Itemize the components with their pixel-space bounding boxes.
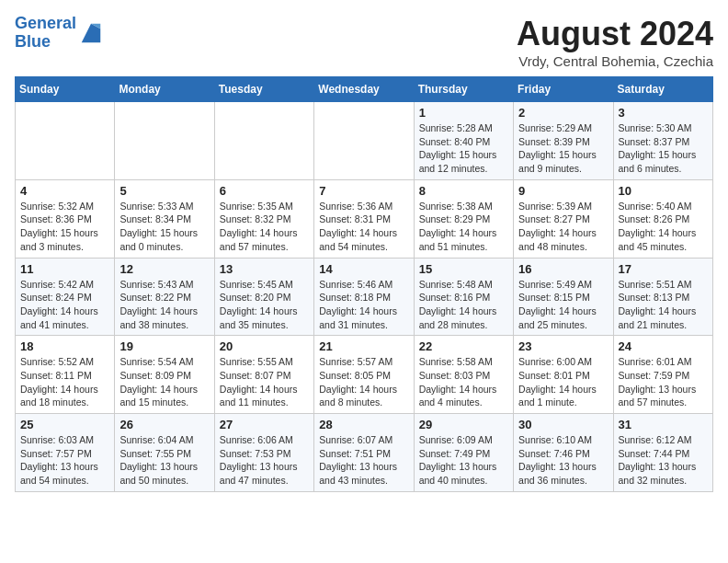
day-number: 24 [619, 339, 708, 353]
day-number: 10 [619, 184, 708, 198]
logo-text: General Blue [15, 15, 76, 52]
calendar-cell: 1Sunrise: 5:28 AMSunset: 8:40 PMDaylight… [414, 102, 513, 180]
weekday-header-wednesday: Wednesday [314, 77, 414, 102]
calendar-cell: 3Sunrise: 5:30 AMSunset: 8:37 PMDaylight… [613, 102, 712, 180]
day-info: Sunrise: 5:49 AMSunset: 8:15 PMDaylight:… [518, 278, 608, 332]
day-info: Sunrise: 6:10 AMSunset: 7:46 PMDaylight:… [518, 433, 608, 488]
day-number: 11 [20, 262, 109, 276]
day-info: Sunrise: 5:29 AMSunset: 8:39 PMDaylight:… [518, 121, 608, 176]
day-info: Sunrise: 5:57 AMSunset: 8:05 PMDaylight:… [319, 355, 408, 409]
day-number: 31 [619, 418, 708, 431]
day-info: Sunrise: 5:45 AMSunset: 8:20 PMDaylight:… [220, 278, 309, 332]
calendar-cell: 27Sunrise: 6:06 AMSunset: 7:53 PMDayligh… [214, 414, 313, 492]
calendar-cell: 19Sunrise: 5:54 AMSunset: 8:09 PMDayligh… [115, 336, 214, 414]
day-info: Sunrise: 5:43 AMSunset: 8:22 PMDaylight:… [119, 278, 209, 332]
calendar-cell: 9Sunrise: 5:39 AMSunset: 8:27 PMDaylight… [514, 179, 613, 258]
calendar-cell: 15Sunrise: 5:48 AMSunset: 8:16 PMDayligh… [414, 258, 513, 336]
calendar-table: SundayMondayTuesdayWednesdayThursdayFrid… [15, 76, 713, 492]
calendar-cell: 8Sunrise: 5:38 AMSunset: 8:29 PMDaylight… [414, 179, 513, 258]
calendar-cell: 25Sunrise: 6:03 AMSunset: 7:57 PMDayligh… [16, 414, 115, 492]
day-info: Sunrise: 5:36 AMSunset: 8:31 PMDaylight:… [319, 200, 408, 254]
calendar-cell: 28Sunrise: 6:07 AMSunset: 7:51 PMDayligh… [314, 414, 414, 492]
day-number: 16 [518, 262, 608, 276]
day-info: Sunrise: 5:58 AMSunset: 8:03 PMDaylight:… [419, 355, 508, 409]
weekday-header-friday: Friday [514, 77, 613, 102]
day-number: 7 [319, 184, 408, 198]
logo-icon [78, 20, 104, 46]
day-number: 23 [518, 339, 608, 353]
calendar-cell: 13Sunrise: 5:45 AMSunset: 8:20 PMDayligh… [214, 258, 313, 336]
calendar-cell: 4Sunrise: 5:32 AMSunset: 8:36 PMDaylight… [16, 179, 115, 258]
day-info: Sunrise: 6:04 AMSunset: 7:55 PMDaylight:… [119, 433, 209, 488]
calendar-cell: 17Sunrise: 5:51 AMSunset: 8:13 PMDayligh… [613, 258, 712, 336]
calendar-week-row: 25Sunrise: 6:03 AMSunset: 7:57 PMDayligh… [16, 414, 713, 492]
day-info: Sunrise: 5:48 AMSunset: 8:16 PMDaylight:… [419, 278, 508, 332]
day-info: Sunrise: 6:12 AMSunset: 7:44 PMDaylight:… [619, 433, 708, 488]
weekday-header-tuesday: Tuesday [214, 77, 313, 102]
calendar-cell: 10Sunrise: 5:40 AMSunset: 8:26 PMDayligh… [613, 179, 712, 258]
calendar-cell: 2Sunrise: 5:29 AMSunset: 8:39 PMDaylight… [514, 102, 613, 180]
weekday-header-thursday: Thursday [414, 77, 513, 102]
day-info: Sunrise: 5:42 AMSunset: 8:24 PMDaylight:… [20, 278, 109, 332]
day-info: Sunrise: 6:00 AMSunset: 8:01 PMDaylight:… [518, 355, 608, 409]
calendar-cell: 26Sunrise: 6:04 AMSunset: 7:55 PMDayligh… [115, 414, 214, 492]
day-info: Sunrise: 6:01 AMSunset: 7:59 PMDaylight:… [619, 355, 708, 409]
day-number: 15 [419, 262, 508, 276]
day-number: 6 [220, 184, 309, 198]
calendar-cell: 24Sunrise: 6:01 AMSunset: 7:59 PMDayligh… [613, 336, 712, 414]
day-info: Sunrise: 5:55 AMSunset: 8:07 PMDaylight:… [220, 355, 309, 409]
calendar-cell: 7Sunrise: 5:36 AMSunset: 8:31 PMDaylight… [314, 179, 414, 258]
calendar-cell: 20Sunrise: 5:55 AMSunset: 8:07 PMDayligh… [214, 336, 313, 414]
day-number: 2 [518, 106, 608, 120]
day-number: 22 [419, 339, 508, 353]
day-number: 14 [319, 262, 408, 276]
calendar-cell: 30Sunrise: 6:10 AMSunset: 7:46 PMDayligh… [514, 414, 613, 492]
day-number: 19 [119, 339, 209, 353]
day-number: 20 [220, 339, 309, 353]
calendar-cell: 16Sunrise: 5:49 AMSunset: 8:15 PMDayligh… [514, 258, 613, 336]
calendar-week-row: 1Sunrise: 5:28 AMSunset: 8:40 PMDaylight… [16, 102, 713, 180]
logo-line1: General [15, 14, 76, 32]
day-info: Sunrise: 5:46 AMSunset: 8:18 PMDaylight:… [319, 278, 408, 332]
day-info: Sunrise: 5:40 AMSunset: 8:26 PMDaylight:… [619, 200, 708, 254]
calendar-week-row: 18Sunrise: 5:52 AMSunset: 8:11 PMDayligh… [16, 336, 713, 414]
calendar-cell: 23Sunrise: 6:00 AMSunset: 8:01 PMDayligh… [514, 336, 613, 414]
day-info: Sunrise: 5:39 AMSunset: 8:27 PMDaylight:… [518, 200, 608, 254]
calendar-cell [115, 102, 214, 180]
calendar-cell [314, 102, 414, 180]
day-info: Sunrise: 5:54 AMSunset: 8:09 PMDaylight:… [119, 355, 209, 409]
day-number: 3 [619, 106, 708, 120]
day-number: 17 [619, 262, 708, 276]
calendar-week-row: 4Sunrise: 5:32 AMSunset: 8:36 PMDaylight… [16, 179, 713, 258]
calendar-body: 1Sunrise: 5:28 AMSunset: 8:40 PMDaylight… [16, 102, 713, 492]
day-info: Sunrise: 5:52 AMSunset: 8:11 PMDaylight:… [20, 355, 109, 409]
calendar-cell: 11Sunrise: 5:42 AMSunset: 8:24 PMDayligh… [16, 258, 115, 336]
day-number: 28 [319, 418, 408, 431]
weekday-header-saturday: Saturday [613, 77, 712, 102]
page-header: General Blue August 2024 Vrdy, Central B… [15, 15, 713, 69]
day-number: 5 [119, 184, 209, 198]
day-number: 25 [20, 418, 109, 431]
calendar-cell: 14Sunrise: 5:46 AMSunset: 8:18 PMDayligh… [314, 258, 414, 336]
day-number: 27 [220, 418, 309, 431]
day-info: Sunrise: 5:51 AMSunset: 8:13 PMDaylight:… [619, 278, 708, 332]
day-info: Sunrise: 5:33 AMSunset: 8:34 PMDaylight:… [119, 200, 209, 254]
day-number: 9 [518, 184, 608, 198]
day-info: Sunrise: 6:07 AMSunset: 7:51 PMDaylight:… [319, 433, 408, 488]
calendar-cell: 18Sunrise: 5:52 AMSunset: 8:11 PMDayligh… [16, 336, 115, 414]
day-info: Sunrise: 6:03 AMSunset: 7:57 PMDaylight:… [20, 433, 109, 488]
day-number: 13 [220, 262, 309, 276]
month-year-title: August 2024 [517, 15, 713, 53]
day-number: 12 [119, 262, 209, 276]
logo: General Blue [15, 15, 104, 52]
day-info: Sunrise: 6:09 AMSunset: 7:49 PMDaylight:… [419, 433, 508, 488]
day-number: 1 [419, 106, 508, 120]
calendar-cell: 12Sunrise: 5:43 AMSunset: 8:22 PMDayligh… [115, 258, 214, 336]
weekday-header-monday: Monday [115, 77, 214, 102]
day-number: 26 [119, 418, 209, 431]
day-number: 18 [20, 339, 109, 353]
calendar-cell: 22Sunrise: 5:58 AMSunset: 8:03 PMDayligh… [414, 336, 513, 414]
calendar-cell: 29Sunrise: 6:09 AMSunset: 7:49 PMDayligh… [414, 414, 513, 492]
day-number: 8 [419, 184, 508, 198]
day-info: Sunrise: 5:32 AMSunset: 8:36 PMDaylight:… [20, 200, 109, 254]
